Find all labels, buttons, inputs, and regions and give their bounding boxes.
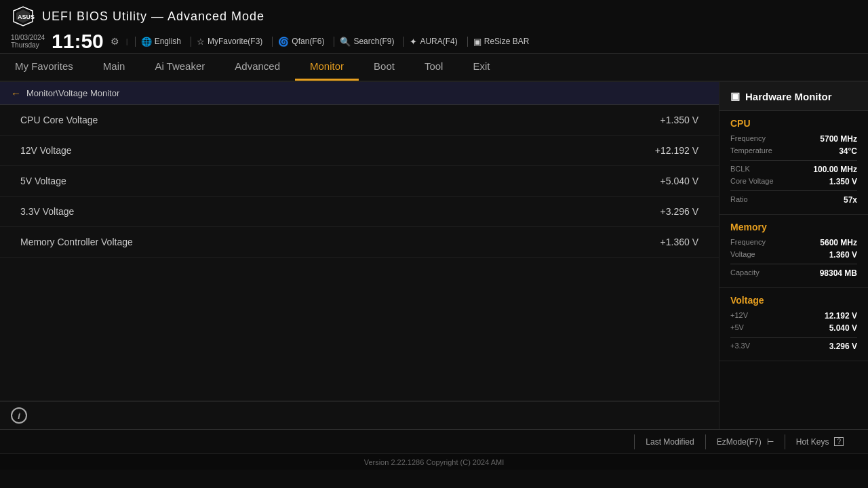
ez-mode-icon: ⊢: [767, 437, 774, 447]
memory-capacity-value: 98304 MB: [820, 268, 857, 278]
cpu-core-voltage-value: +1.350 V: [660, 115, 698, 125]
info-icon: i: [11, 407, 27, 424]
memory-controller-voltage-value: +1.360 V: [660, 237, 698, 247]
title-bar: ASUS UEFI BIOS Utility — Advanced Mode: [11, 4, 857, 28]
info-bar: i: [0, 402, 719, 429]
cpu-temperature-label: Temperature: [730, 146, 772, 156]
voltage-section-title: Voltage: [730, 295, 857, 306]
footer: Last Modified EzMode(F7) ⊢ Hot Keys ?: [0, 429, 868, 453]
fan-icon: 🌀: [278, 37, 289, 47]
navigation-bar: My Favorites Main Ai Tweaker Advanced Mo…: [0, 54, 868, 82]
ez-mode-label: EzMode(F7): [717, 437, 762, 447]
memory-voltage-label: Voltage: [730, 250, 755, 260]
voltage-section: Voltage +12V 12.192 V +5V 5.040 V +3.3V …: [719, 288, 868, 361]
memory-divider: [730, 264, 857, 264]
v5-value: 5.040 V: [829, 323, 857, 333]
bclk-label: BCLK: [730, 165, 750, 174]
version-bar: Version 2.22.1286 Copyright (C) 2024 AMI: [0, 453, 868, 470]
v12-row: +12V 12.192 V: [730, 311, 857, 321]
bios-title: UEFI BIOS Utility — Advanced Mode: [42, 9, 264, 24]
hot-keys-icon: ?: [834, 437, 844, 446]
ratio-label: Ratio: [730, 195, 748, 205]
breadcrumb-text: Monitor\Voltage Monitor: [26, 88, 119, 98]
hot-keys-label: Hot Keys: [796, 437, 829, 447]
last-modified-button[interactable]: Last Modified: [634, 434, 705, 449]
v5-label: +5V: [730, 323, 744, 333]
cpu-frequency-label: Frequency: [730, 134, 766, 144]
clock-display: 11:50: [52, 31, 104, 52]
nav-exit[interactable]: Exit: [458, 54, 505, 81]
cpu-section: CPU Frequency 5700 MHz Temperature 34°C …: [719, 111, 868, 215]
voltage-row-memory-controller[interactable]: Memory Controller Voltage +1.360 V: [0, 227, 719, 258]
back-arrow-icon[interactable]: ←: [11, 87, 21, 99]
search-button[interactable]: 🔍 Search(F9): [334, 37, 399, 47]
version-text: Version 2.22.1286 Copyright (C) 2024 AMI: [364, 458, 505, 466]
nav-ai-tweaker[interactable]: Ai Tweaker: [140, 54, 220, 81]
v12-label: +12V: [730, 311, 748, 321]
asus-logo-icon: ASUS: [11, 4, 35, 28]
favorite-label: MyFavorite(F3): [208, 37, 262, 46]
v33-divider: [730, 337, 857, 338]
hot-keys-button[interactable]: Hot Keys ?: [785, 434, 854, 449]
cpu-core-voltage-label: CPU Core Voltage: [20, 115, 98, 125]
hw-monitor-icon: ▣: [730, 90, 740, 102]
resize-bar-button[interactable]: ▣ ReSize BAR: [467, 37, 535, 47]
3v3-voltage-value: +3.296 V: [660, 206, 698, 217]
hardware-monitor-sidebar: ▣ Hardware Monitor CPU Frequency 5700 MH…: [719, 82, 868, 429]
nav-my-favorites[interactable]: My Favorites: [0, 54, 88, 81]
resize-label: ReSize BAR: [484, 37, 530, 46]
v33-row: +3.3V 3.296 V: [730, 342, 857, 351]
memory-voltage-row: Voltage 1.360 V: [730, 250, 857, 260]
aura-icon: ✦: [410, 37, 417, 47]
memory-capacity-row: Capacity 98304 MB: [730, 268, 857, 278]
svg-text:ASUS: ASUS: [18, 14, 35, 20]
my-favorite-button[interactable]: ☆ MyFavorite(F3): [191, 37, 268, 47]
memory-voltage-value: 1.360 V: [829, 250, 857, 260]
breadcrumb: ← Monitor\Voltage Monitor: [0, 82, 719, 105]
qfan-button[interactable]: 🌀 Qfan(F6): [272, 37, 330, 47]
core-voltage-row: Core Voltage 1.350 V: [730, 177, 857, 186]
hw-monitor-title: ▣ Hardware Monitor: [719, 82, 868, 111]
globe-icon: 🌐: [141, 37, 152, 47]
settings-icon[interactable]: ⚙: [111, 36, 119, 47]
nav-tool[interactable]: Tool: [410, 54, 458, 81]
nav-monitor[interactable]: Monitor: [295, 54, 359, 81]
aura-button[interactable]: ✦ AURA(F4): [403, 37, 462, 47]
memory-section-title: Memory: [730, 222, 857, 232]
core-voltage-label: Core Voltage: [730, 177, 774, 186]
header: ASUS UEFI BIOS Utility — Advanced Mode 1…: [0, 0, 868, 54]
last-modified-label: Last Modified: [646, 437, 694, 447]
language-selector[interactable]: 🌐 English: [135, 37, 186, 47]
v33-value: 3.296 V: [829, 342, 857, 351]
cpu-temperature-row: Temperature 34°C: [730, 146, 857, 156]
aura-label: AURA(F4): [420, 37, 457, 46]
bclk-row: BCLK 100.00 MHz: [730, 165, 857, 174]
ratio-divider: [730, 190, 857, 191]
core-voltage-value: 1.350 V: [829, 177, 857, 186]
voltage-row-3v3[interactable]: 3.3V Voltage +3.296 V: [0, 197, 719, 227]
memory-frequency-value: 5600 MHz: [820, 238, 857, 247]
voltage-row-12v[interactable]: 12V Voltage +12.192 V: [0, 136, 719, 166]
nav-boot[interactable]: Boot: [359, 54, 410, 81]
nav-main[interactable]: Main: [88, 54, 140, 81]
v12-value: 12.192 V: [825, 311, 857, 321]
day-text: Thursday: [11, 41, 45, 49]
5v-voltage-value: +5.040 V: [660, 176, 698, 186]
datetime-bar: 10/03/2024 Thursday 11:50 ⚙ | 🌐 English …: [11, 31, 857, 53]
ez-mode-button[interactable]: EzMode(F7) ⊢: [705, 434, 785, 449]
nav-advanced[interactable]: Advanced: [220, 54, 295, 81]
memory-capacity-label: Capacity: [730, 268, 760, 278]
cpu-divider: [730, 160, 857, 161]
cpu-section-title: CPU: [730, 118, 857, 129]
favorite-icon: ☆: [197, 37, 205, 47]
voltage-row-cpu-core[interactable]: CPU Core Voltage +1.350 V: [0, 105, 719, 136]
v5-row: +5V 5.040 V: [730, 323, 857, 333]
voltage-row-5v[interactable]: 5V Voltage +5.040 V: [0, 166, 719, 197]
5v-voltage-label: 5V Voltage: [20, 176, 66, 186]
bclk-value: 100.00 MHz: [813, 165, 857, 174]
memory-frequency-row: Frequency 5600 MHz: [730, 238, 857, 247]
content-area: ← Monitor\Voltage Monitor CPU Core Volta…: [0, 82, 719, 429]
cpu-temperature-value: 34°C: [839, 146, 857, 156]
date-display: 10/03/2024 Thursday: [11, 34, 45, 49]
memory-controller-voltage-label: Memory Controller Voltage: [20, 237, 133, 247]
